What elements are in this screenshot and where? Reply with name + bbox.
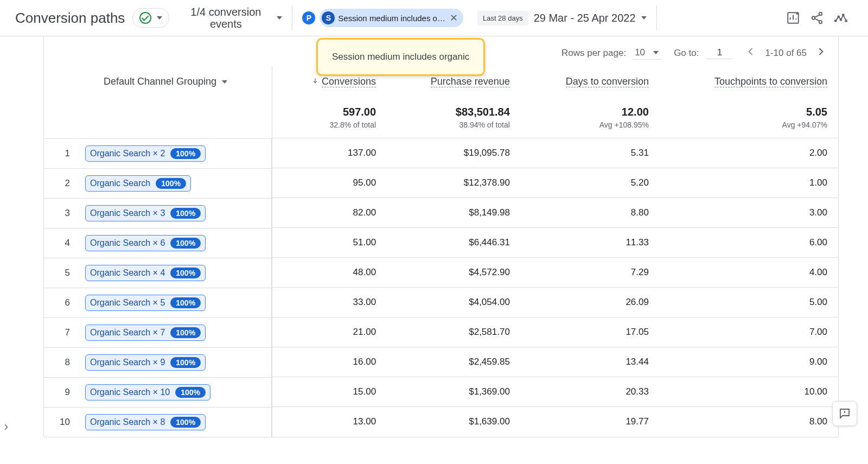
explore-icon[interactable] (829, 6, 853, 30)
cell-revenue: $19,095.78 (387, 138, 521, 168)
total-revenue-sub: 38.94% of total (398, 120, 510, 129)
path-chip[interactable]: Organic Search × 6100% (85, 235, 206, 251)
caret-down-icon (641, 16, 647, 20)
cell-touchpoints: 7.00 (660, 317, 838, 347)
cell-conversions: 15.00 (272, 377, 387, 407)
cell-revenue: $1,639.00 (387, 407, 521, 437)
col-touchpoints[interactable]: Touchpoints to conversion (660, 66, 838, 97)
cell-revenue: $12,378.90 (387, 168, 521, 198)
cell-conversions: 33.00 (272, 288, 387, 317)
next-page-button[interactable] (815, 46, 826, 60)
cell-touchpoints: 3.00 (660, 198, 838, 228)
pct-badge: 100% (170, 417, 201, 428)
data-table-card: Rows per page: 10 Go to: 1-10 of 65 (43, 36, 839, 437)
date-range-text: 29 Mar - 25 Apr 2022 (534, 12, 636, 24)
col-days-label: Days to conversion (566, 76, 649, 87)
path-chip[interactable]: Organic Search × 4100% (85, 265, 206, 281)
path-chip[interactable]: Organic Search × 7100% (85, 325, 206, 341)
dimension-label: Default Channel Grouping (104, 76, 216, 87)
filter-chip[interactable]: S Session medium includes o… ✕ (320, 9, 463, 27)
table-row[interactable]: 8Organic Search × 9100%16.00$2,459.8513.… (44, 347, 838, 377)
prev-page-button[interactable] (745, 46, 756, 60)
cell-revenue: $6,446.31 (387, 228, 521, 258)
total-conversions-sub: 32.8% of total (283, 120, 376, 129)
row-number: 5 (55, 268, 70, 278)
path-label: Organic Search × 4 (90, 268, 165, 278)
cell-touchpoints: 5.00 (660, 288, 838, 317)
path-label: Organic Search × 7 (90, 328, 165, 338)
goto-group[interactable]: Go to: (674, 47, 732, 59)
cell-revenue: $4,572.90 (387, 258, 521, 288)
conversion-events-label: 1/4 conversion events (182, 6, 269, 30)
conversion-events-select[interactable]: 1/4 conversion events (182, 6, 282, 30)
date-range-select[interactable]: Last 28 days 29 Mar - 25 Apr 2022 (477, 11, 647, 26)
cell-days: 5.31 (521, 138, 660, 168)
row-number: 1 (55, 148, 70, 159)
table-row[interactable]: 10Organic Search × 8100%13.00$1,639.0019… (44, 407, 838, 437)
insights-icon[interactable] (781, 6, 805, 30)
arrow-down-icon (311, 76, 319, 87)
svg-point-4 (835, 20, 837, 22)
cell-touchpoints: 4.00 (660, 258, 838, 288)
svg-point-7 (843, 14, 844, 16)
badge-s-icon: S (322, 11, 335, 24)
cell-conversions: 13.00 (272, 407, 387, 437)
path-chip[interactable]: Organic Search × 2100% (85, 145, 206, 162)
path-label: Organic Search × 6 (90, 238, 165, 248)
feedback-button[interactable] (832, 401, 857, 426)
caret-down-icon (277, 16, 282, 20)
path-chip[interactable]: Organic Search × 9100% (85, 354, 206, 371)
date-preset-badge: Last 28 days (477, 11, 528, 26)
svg-point-1 (819, 12, 822, 15)
conversion-paths-table: Default Channel Grouping Conversions Pur… (44, 66, 838, 437)
rows-per-page-select[interactable]: 10 (633, 46, 661, 60)
cell-conversions: 16.00 (272, 347, 387, 377)
row-number: 8 (55, 357, 70, 368)
row-number: 4 (55, 238, 70, 249)
cell-days: 11.33 (521, 228, 660, 258)
path-label: Organic Search × 3 (90, 208, 165, 218)
total-conversions: 597.00 (283, 106, 376, 118)
path-chip[interactable]: Organic Search × 10100% (85, 384, 210, 401)
table-row[interactable]: 4Organic Search × 6100%51.00$6,446.3111.… (44, 228, 838, 258)
col-days-to-conversion[interactable]: Days to conversion (521, 66, 660, 97)
path-chip[interactable]: Organic Search × 5100% (85, 295, 206, 311)
filter-tooltip: Session medium includes organic (316, 38, 485, 76)
cell-days: 13.44 (521, 347, 660, 377)
table-row[interactable]: 7Organic Search × 7100%21.00$2,581.7017.… (44, 317, 838, 347)
path-chip[interactable]: Organic Search × 3100% (85, 205, 206, 221)
table-row[interactable]: 3Organic Search × 3100%82.00$8,149.988.8… (44, 198, 838, 228)
panel-expand-button[interactable] (2, 422, 10, 434)
total-days: 12.00 (532, 106, 649, 118)
cell-revenue: $8,149.98 (387, 198, 521, 228)
table-row[interactable]: 5Organic Search × 4100%48.00$4,572.907.2… (44, 258, 838, 288)
path-label: Organic Search × 2 (90, 149, 165, 158)
cell-days: 7.29 (521, 258, 660, 288)
share-icon[interactable] (805, 6, 829, 30)
pct-badge: 100% (170, 268, 201, 278)
cell-conversions: 137.00 (272, 138, 387, 168)
cell-touchpoints: 9.00 (660, 347, 838, 377)
path-label: Organic Search × 8 (90, 417, 165, 427)
path-chip[interactable]: Organic Search × 8100% (85, 414, 206, 430)
table-row[interactable]: 9Organic Search × 10100%15.00$1,369.0020… (44, 377, 838, 407)
row-number: 9 (55, 387, 70, 398)
goto-input[interactable] (706, 47, 732, 59)
close-icon[interactable]: ✕ (449, 12, 459, 24)
table-row[interactable]: 6Organic Search × 5100%33.00$4,054.0026.… (44, 288, 838, 317)
path-label: Organic Search (90, 179, 150, 188)
badge-p[interactable]: P (302, 11, 315, 24)
table-row[interactable]: 1Organic Search × 2100%137.00$19,095.785… (44, 138, 838, 168)
status-pill[interactable] (132, 8, 169, 28)
pagination: 1-10 of 65 (745, 46, 826, 60)
rows-per-page-group[interactable]: Rows per page: 10 (561, 46, 661, 60)
table-row[interactable]: 2Organic Search100%95.00$12,378.905.201.… (44, 168, 838, 198)
caret-down-icon (653, 51, 659, 54)
total-touchpoints: 5.05 (671, 106, 827, 118)
path-label: Organic Search × 5 (90, 298, 165, 308)
cell-revenue: $2,459.85 (387, 347, 521, 377)
path-chip[interactable]: Organic Search100% (85, 175, 191, 192)
col-dimension[interactable]: Default Channel Grouping (44, 66, 272, 97)
page-title: Conversion paths (15, 10, 125, 27)
rows-per-page-value: 10 (635, 47, 645, 58)
